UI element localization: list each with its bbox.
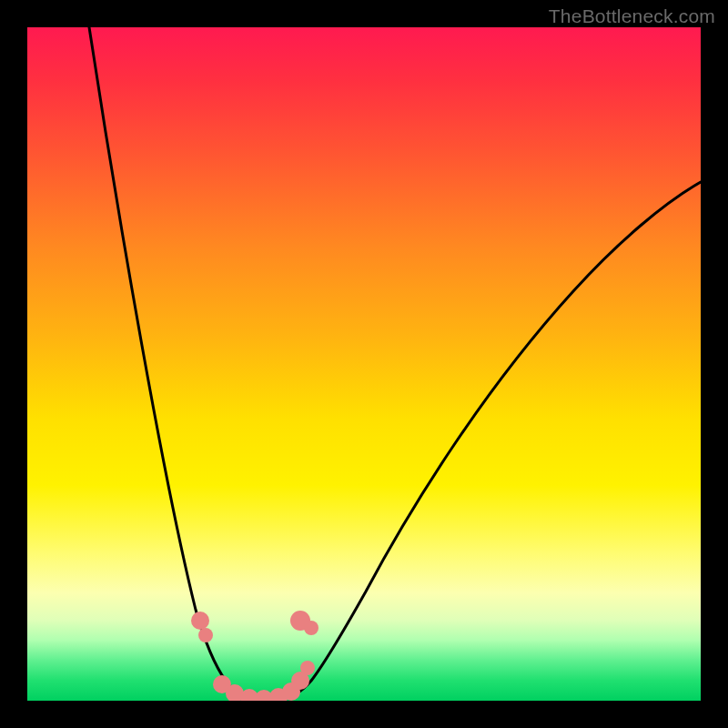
curve-layer xyxy=(27,27,701,701)
chart-frame: TheBottleneck.com xyxy=(0,0,728,728)
v-curve-left xyxy=(89,27,268,698)
marker-dot xyxy=(304,621,318,635)
plot-area xyxy=(27,27,701,701)
v-curve-right xyxy=(268,182,701,698)
marker-dot xyxy=(191,612,209,630)
marker-dot xyxy=(300,661,315,675)
marker-dots xyxy=(191,611,318,701)
marker-dot xyxy=(198,628,213,642)
watermark-text: TheBottleneck.com xyxy=(549,5,715,27)
